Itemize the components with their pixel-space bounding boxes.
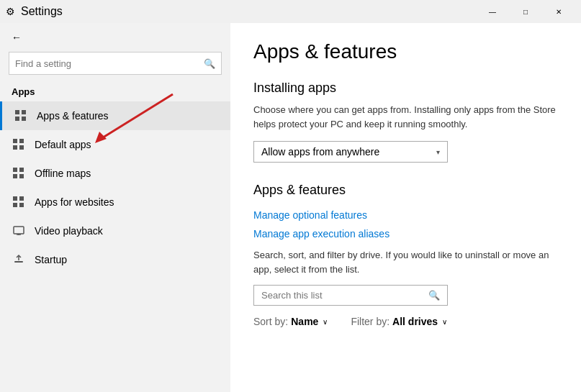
svg-rect-5 [14, 261, 23, 263]
sidebar-item-default-apps-wrapper: Default apps [0, 130, 230, 159]
filter-by-label: Filter by: [351, 316, 389, 327]
maximize-button[interactable]: □ [509, 0, 542, 23]
minimize-button[interactable]: — [476, 0, 509, 23]
sidebar-item-label-apps-websites: Apps for websites [35, 196, 114, 208]
app-search-icon: 🔍 [428, 290, 440, 301]
sidebar-item-video-playback[interactable]: Video playback [0, 216, 230, 245]
filter-chevron-icon: ∨ [442, 318, 447, 326]
installing-apps-dropdown-container: Allow apps from anywhere ▾ [253, 141, 558, 163]
installing-apps-desc: Choose where you can get apps from. Inst… [253, 103, 556, 131]
search-desc: Search, sort, and filter by drive. If yo… [253, 248, 558, 276]
app-search-input[interactable] [261, 290, 428, 301]
apps-features-section-title: Apps & features [253, 183, 558, 198]
installing-apps-dropdown[interactable]: Allow apps from anywhere ▾ [253, 141, 448, 163]
title-bar-title: Settings [21, 5, 63, 18]
sidebar: ← 🔍 Apps Apps & features [0, 23, 230, 392]
sidebar-search-input[interactable] [15, 58, 204, 69]
back-icon: ← [12, 32, 22, 43]
sidebar-item-label-default-apps: Default apps [35, 139, 91, 150]
main-container: ← 🔍 Apps Apps & features [0, 23, 581, 392]
svg-rect-2 [14, 227, 24, 234]
sort-by-value: Name [291, 316, 318, 327]
page-title: Apps & features [253, 40, 558, 63]
sidebar-item-apps-websites[interactable]: Apps for websites [0, 188, 230, 216]
video-playback-icon [12, 224, 26, 238]
close-button[interactable]: ✕ [542, 0, 575, 23]
default-apps-icon [12, 137, 26, 152]
settings-icon: ⚙ [6, 6, 15, 17]
sidebar-item-offline-maps[interactable]: Offline maps [0, 159, 230, 188]
apps-websites-icon [12, 195, 26, 209]
sidebar-search-icon: 🔍 [204, 58, 215, 69]
sidebar-section-label: Apps [0, 83, 230, 101]
sort-by-control[interactable]: Sort by: Name ∨ [253, 316, 328, 327]
installing-apps-title: Installing apps [253, 81, 558, 96]
content-area: Apps & features Installing apps Choose w… [230, 23, 581, 392]
sidebar-item-label-offline-maps: Offline maps [35, 168, 91, 179]
sidebar-item-startup[interactable]: Startup [0, 245, 230, 274]
back-button[interactable]: ← [0, 29, 230, 46]
title-bar-controls: — □ ✕ [476, 0, 575, 23]
startup-icon [12, 252, 26, 267]
filter-by-control[interactable]: Filter by: All drives ∨ [351, 316, 447, 327]
title-bar: ⚙ Settings — □ ✕ [0, 0, 581, 23]
sidebar-item-label-video-playback: Video playback [35, 225, 103, 237]
sort-filter-row: Sort by: Name ∨ Filter by: All drives ∨ [253, 316, 558, 327]
manage-optional-link[interactable]: Manage optional features [253, 209, 558, 221]
filter-by-value: All drives [392, 316, 438, 327]
sidebar-item-label-apps-features: Apps & features [37, 110, 109, 122]
sidebar-search-box[interactable]: 🔍 [9, 52, 222, 75]
manage-aliases-link[interactable]: Manage app execution aliases [253, 228, 558, 240]
title-bar-left: ⚙ Settings [6, 5, 63, 18]
sidebar-item-apps-features[interactable]: Apps & features [0, 101, 230, 130]
sidebar-item-default-apps[interactable]: Default apps [0, 130, 230, 159]
app-search-box[interactable]: 🔍 [253, 285, 448, 306]
sort-by-label: Sort by: [253, 316, 288, 327]
dropdown-chevron-icon: ▾ [436, 148, 440, 156]
sort-chevron-icon: ∨ [323, 318, 328, 326]
apps-features-icon [14, 109, 28, 123]
offline-maps-icon [12, 166, 26, 181]
dropdown-value: Allow apps from anywhere [261, 146, 379, 158]
sidebar-item-label-startup: Startup [35, 254, 67, 265]
